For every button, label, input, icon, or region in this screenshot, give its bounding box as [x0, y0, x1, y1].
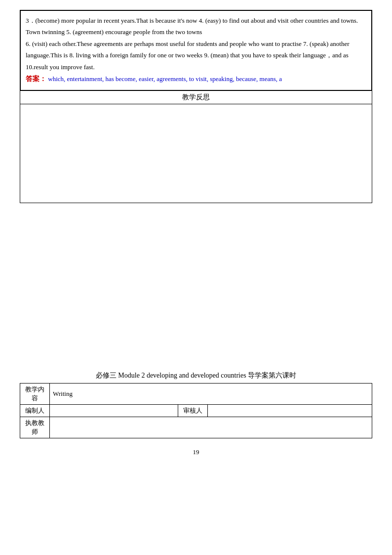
reflection-header: 教学反思 — [20, 90, 372, 104]
value-cell-teacher — [50, 417, 372, 438]
reflection-body[interactable] — [20, 104, 372, 203]
value-cell-reviewer — [208, 404, 372, 417]
table-row: 教学内容 Writing — [20, 383, 372, 404]
paragraph1: 3．(become) more popular in recent years.… — [26, 15, 366, 26]
label-cell-editor: 编制人 — [20, 404, 50, 417]
label-cell-teacher: 执教教师 — [20, 417, 50, 438]
table-row: 编制人 审核人 — [20, 404, 372, 417]
top-section: 3．(become) more popular in recent years.… — [20, 10, 372, 90]
label-cell-reviewer: 审核人 — [178, 404, 208, 417]
page: 3．(become) more popular in recent years.… — [0, 0, 392, 555]
page-number: 19 — [20, 448, 372, 456]
content-box: 3．(become) more popular in recent years.… — [20, 10, 372, 90]
answer-label: 答案： — [26, 75, 46, 83]
bottom-section: 必修三 Module 2 developing and developed co… — [20, 371, 372, 438]
value-cell-editor — [50, 404, 178, 417]
value-cell-subject: Writing — [50, 383, 372, 404]
paragraph3: 6. (visit) each other.These agreements a… — [26, 38, 366, 73]
table-row: 执教教师 — [20, 417, 372, 438]
answer-line: 答案： which, entertainment, has become, ea… — [26, 73, 366, 86]
info-table: 教学内容 Writing 编制人 审核人 执教教师 — [20, 383, 372, 438]
page-number-text: 19 — [193, 448, 199, 456]
paragraph2: Town twinning 5. (agreement) encourage p… — [26, 26, 366, 38]
label-cell-subject: 教学内容 — [20, 383, 50, 404]
module-title: 必修三 Module 2 developing and developed co… — [20, 371, 372, 380]
reflection-title: 教学反思 — [182, 93, 210, 101]
answer-text: which, entertainment, has become, easier… — [48, 75, 282, 83]
